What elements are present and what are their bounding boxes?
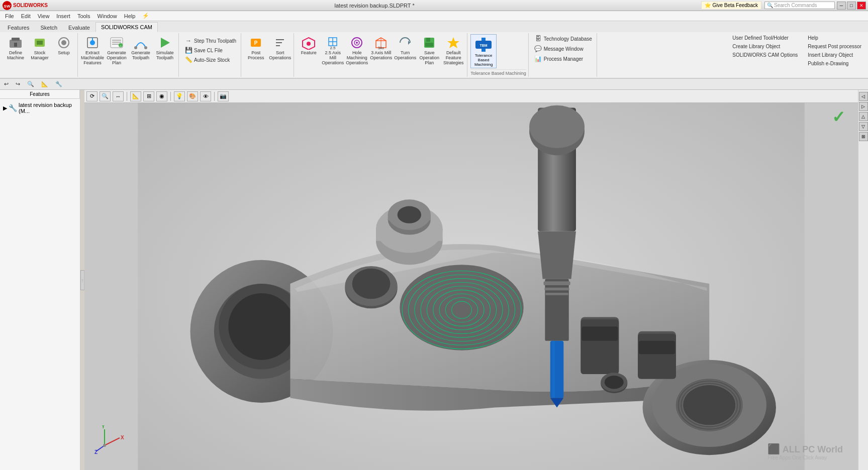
redo-button[interactable]: ↪ — [14, 80, 22, 88]
step-label: Step Thru Toolpath — [194, 38, 236, 44]
define-machine-button[interactable]: Define Machine — [4, 34, 27, 62]
cam-options-button[interactable]: SOLIDWORKS CAM Options — [730, 51, 800, 59]
svg-rect-94 — [545, 293, 568, 295]
generate-op-plan-button[interactable]: + Generate Operation Plan — [105, 34, 128, 67]
gen-op-plan-label: Generate Operation Plan — [107, 51, 127, 66]
menu-edit[interactable]: Edit — [18, 12, 34, 20]
save-cl-file-button[interactable]: 💾 Save CL File — [182, 46, 239, 55]
undo-button[interactable]: ↩ — [2, 80, 11, 88]
svg-point-99 — [529, 105, 585, 148]
vp-section-button[interactable]: ◉ — [156, 91, 167, 101]
close-button[interactable]: ✕ — [857, 2, 866, 10]
svg-rect-41 — [425, 43, 433, 47]
menu-window[interactable]: Window — [94, 12, 120, 20]
menu-view[interactable]: View — [35, 12, 53, 20]
request-post-button[interactable]: Request Post processor — [805, 43, 864, 50]
tree-expand-icon: ▶ — [3, 105, 7, 111]
vp-zoom-button[interactable]: 🔍 — [100, 91, 111, 101]
deffeature-svg — [446, 36, 460, 50]
save-operation-plan-button[interactable]: Save Operation Plan — [418, 34, 441, 67]
rp-btn4[interactable]: ▽ — [859, 122, 868, 131]
menu-insert[interactable]: Insert — [53, 12, 73, 20]
menu-tools[interactable]: Tools — [74, 12, 93, 20]
setup-button[interactable]: Setup — [52, 34, 75, 60]
vp-light-button[interactable]: 💡 — [174, 91, 185, 101]
tolerance-group-label: Tolerance Based Machining — [470, 69, 526, 76]
message-icon: 💬 — [534, 45, 542, 52]
default-feature-button[interactable]: Default Feature Strategies — [442, 34, 465, 67]
vp-hide-button[interactable]: 👁 — [200, 91, 211, 101]
menu-extra[interactable]: ⚡ — [139, 12, 152, 20]
technology-database-button[interactable]: 🗄 Technology Database — [532, 34, 595, 43]
25-axis-mill-button[interactable]: 2.5 2.5 Axis Mill Operations — [321, 34, 344, 67]
generate-toolpath-button[interactable]: Generate Toolpath — [129, 34, 152, 62]
user-defined-tool-button[interactable]: User Defined Tool/Holder — [730, 34, 800, 42]
svg-point-88 — [605, 376, 624, 389]
hole-machining-button[interactable]: Hole Machining Operations — [345, 34, 368, 67]
left-panel-tabs: Features — [0, 90, 80, 99]
zoom-fit-button[interactable]: 🔍 — [25, 80, 36, 88]
auto-size-label: Auto-Size Stock — [194, 57, 230, 63]
sort-svg — [273, 36, 287, 50]
vp-divider2 — [170, 92, 171, 101]
svg-marker-20 — [161, 38, 170, 48]
post-process-button[interactable]: P Post Process — [244, 34, 267, 62]
watermark-subtext: Free Apps One Click Away — [767, 455, 843, 460]
step-thru-toolpath-button[interactable]: → Step Thru Toolpath — [182, 36, 239, 45]
tab-evaluate[interactable]: Evaluate — [63, 23, 95, 32]
3axis-mill-button[interactable]: 3Ax 3 Axis Mill Operations — [369, 34, 393, 62]
create-library-button[interactable]: Create Library Object — [730, 43, 800, 50]
stock-manager-button[interactable]: Stock Manager — [28, 34, 51, 62]
simulate-label: Simulate Toolpath — [155, 51, 175, 61]
3axis-svg: 3Ax — [374, 36, 388, 50]
menu-help[interactable]: Help — [121, 12, 139, 20]
rp-btn3[interactable]: △ — [859, 112, 868, 121]
vp-pan-button[interactable]: ↔ — [113, 91, 124, 101]
maximize-button[interactable]: □ — [847, 2, 856, 10]
search-box[interactable]: 🔍 Search Commands — [764, 2, 835, 9]
svg-rect-46 — [481, 49, 486, 52]
rp-btn5[interactable]: ⊞ — [859, 132, 868, 141]
rp-btn2[interactable]: ▷ — [859, 102, 868, 111]
vp-render-button[interactable]: 📷 — [218, 91, 229, 101]
settings-button[interactable]: 🔧 — [53, 80, 64, 88]
vp-view-orient-button[interactable]: 📐 — [130, 91, 141, 101]
sort-operations-button[interactable]: Sort Operations — [268, 34, 292, 62]
process-manager-button[interactable]: 📊 Process Manager — [532, 54, 595, 63]
vp-appearance-button[interactable]: 🎨 — [187, 91, 198, 101]
measure-button[interactable]: 📐 — [39, 80, 50, 88]
minimize-button[interactable]: ─ — [837, 2, 846, 10]
help-button[interactable]: Help — [805, 34, 864, 42]
message-window-button[interactable]: 💬 Message Window — [532, 44, 595, 53]
tab-features[interactable]: Features — [2, 23, 35, 32]
accept-checkmark[interactable]: ✓ — [832, 107, 845, 127]
viewport[interactable]: ⟳ 🔍 ↔ 📐 ⊞ ◉ 💡 🎨 👁 📷 — [84, 90, 858, 470]
tech-db-icon: 🗄 — [534, 35, 542, 42]
simulate-toolpath-button[interactable]: Simulate Toolpath — [153, 34, 176, 62]
ribbon-group-generate: Extract Machinable Features + Gener — [79, 33, 179, 77]
tab-sketch[interactable]: Sketch — [35, 23, 63, 32]
menu-file[interactable]: File — [2, 12, 17, 20]
tolerance-based-machining-button[interactable]: TBM Tolerance Based Machining — [470, 34, 497, 68]
turn-operations-button[interactable]: Turn Operations — [394, 34, 417, 62]
publish-edrawing-button[interactable]: Publish e-Drawing — [805, 60, 864, 67]
svg-rect-45 — [481, 38, 486, 41]
post-svg: P — [249, 36, 263, 50]
beta-feedback-button[interactable]: ⭐ Give Beta Feedback — [701, 1, 761, 10]
extract-label: Extract Machinable Features — [81, 51, 104, 66]
vp-rotate-button[interactable]: ⟳ — [86, 91, 98, 101]
panel-resize-handle[interactable]: ⋮ — [80, 270, 84, 290]
auto-size-stock-button[interactable]: 📏 Auto-Size Stock — [182, 55, 239, 64]
feature-button[interactable]: Feature — [297, 34, 320, 60]
tree-item-root[interactable]: ▶ 🔧 latest revision backup (M... — [2, 101, 78, 115]
request-post-label: Request Post processor — [808, 44, 861, 49]
svg-point-27 — [307, 42, 311, 46]
insert-library-button[interactable]: Insert Library Object — [805, 51, 864, 59]
lp-tab-features[interactable]: Features — [0, 90, 80, 98]
tab-solidworks-cam[interactable]: SOLIDWORKS CAM — [95, 22, 158, 32]
vp-display-button[interactable]: ⊞ — [143, 91, 154, 101]
search-icon: 🔍 — [767, 3, 773, 8]
document-title: latest revision backup.SLDPRT * — [48, 3, 702, 9]
extract-features-button[interactable]: Extract Machinable Features — [81, 34, 104, 67]
rp-btn1[interactable]: ◁ — [859, 92, 868, 101]
